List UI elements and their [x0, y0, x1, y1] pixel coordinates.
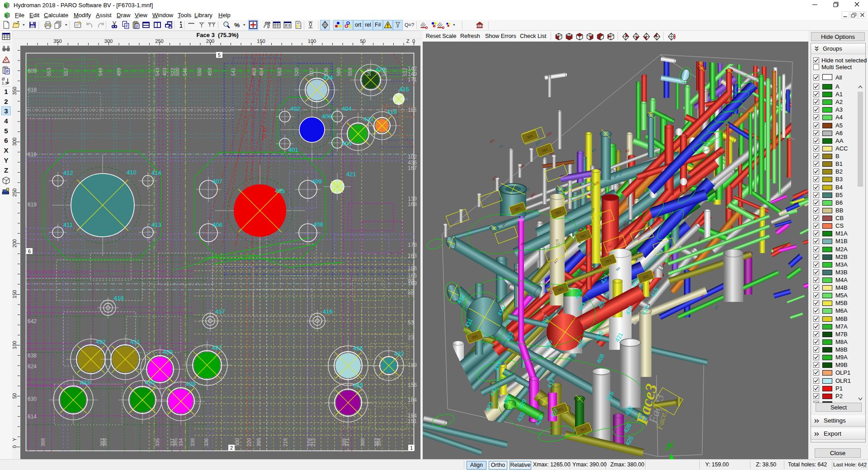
svg-text:102: 102	[408, 154, 417, 160]
svg-text:553: 553	[46, 68, 52, 76]
svg-text:618: 618	[28, 87, 37, 93]
svg-text:619: 619	[28, 202, 37, 208]
svg-text:300: 300	[235, 438, 240, 446]
svg-text:189: 189	[408, 362, 417, 368]
svg-text:416: 416	[323, 308, 333, 315]
svg-text:"D in": "D in"	[261, 125, 268, 140]
svg-text:421: 421	[346, 171, 356, 178]
svg-text:624: 624	[28, 363, 37, 370]
svg-text:250: 250	[12, 188, 17, 197]
svg-text:350: 350	[53, 39, 61, 44]
svg-text:150: 150	[12, 290, 17, 298]
svg-text:100: 100	[308, 39, 316, 44]
svg-text:411: 411	[63, 221, 73, 228]
svg-text:53: 53	[408, 320, 414, 326]
svg-text:1.1: 1.1	[2, 81, 7, 85]
svg-text:418: 418	[114, 295, 124, 301]
svg-text:6: 6	[28, 249, 31, 254]
svg-text:609: 609	[28, 68, 37, 74]
svg-text:484: 484	[259, 68, 264, 76]
svg-text:186: 186	[408, 265, 417, 272]
svg-text:156: 156	[408, 382, 417, 388]
svg-text:549: 549	[98, 68, 103, 76]
svg-text:560: 560	[336, 68, 341, 76]
svg-text:212: 212	[311, 438, 316, 446]
svg-text:426: 426	[353, 345, 363, 352]
svg-text:5: 5	[218, 52, 221, 58]
svg-text:414: 414	[151, 169, 161, 176]
svg-text:614: 614	[28, 414, 37, 420]
svg-text:163: 163	[408, 253, 417, 259]
svg-text:520: 520	[294, 68, 299, 76]
svg-text:408: 408	[313, 221, 323, 228]
svg-text:403: 403	[342, 140, 352, 147]
svg-text:406: 406	[212, 221, 222, 228]
svg-text:407: 407	[212, 178, 222, 185]
svg-text:250: 250	[155, 39, 163, 44]
svg-text:2: 2	[230, 445, 233, 451]
svg-text:419: 419	[387, 108, 397, 115]
svg-text:403: 403	[162, 68, 167, 76]
svg-text:168: 168	[408, 201, 417, 207]
svg-text:88: 88	[408, 290, 414, 296]
svg-text:468: 468	[251, 68, 257, 76]
svg-text:431: 431	[130, 338, 140, 345]
svg-text:561: 561	[366, 68, 372, 76]
svg-text:500: 500	[175, 68, 180, 76]
svg-text:219: 219	[283, 438, 288, 446]
svg-text:563: 563	[277, 68, 282, 76]
svg-text:412: 412	[63, 169, 73, 176]
svg-text:409: 409	[312, 178, 322, 185]
svg-text:543: 543	[155, 68, 160, 76]
svg-text:429: 429	[163, 348, 173, 355]
svg-text:433: 433	[80, 379, 90, 386]
svg-text:220: 220	[246, 438, 252, 446]
svg-text:546: 546	[182, 68, 188, 76]
svg-text:616: 616	[28, 151, 37, 158]
svg-text:0: 0	[12, 445, 17, 448]
svg-text:50: 50	[12, 393, 17, 399]
svg-text:167: 167	[408, 165, 417, 171]
svg-text:413: 413	[151, 221, 161, 228]
svg-text:115: 115	[408, 107, 416, 113]
svg-text:542: 542	[231, 68, 236, 76]
svg-text:630: 630	[28, 396, 37, 402]
svg-text:410: 410	[127, 169, 137, 176]
svg-text:423: 423	[363, 116, 373, 122]
svg-text:405: 405	[275, 188, 285, 194]
svg-text:100: 100	[12, 341, 17, 349]
svg-text:499: 499	[116, 68, 122, 76]
svg-text:642: 642	[28, 318, 37, 324]
svg-text:428: 428	[186, 381, 196, 387]
svg-text:400: 400	[322, 113, 332, 120]
svg-text:1: 1	[410, 445, 413, 451]
svg-text:50: 50	[360, 39, 365, 44]
svg-text:368: 368	[360, 438, 365, 446]
svg-text:23: 23	[408, 334, 414, 341]
svg-text:557: 557	[63, 68, 69, 76]
svg-text:536: 536	[323, 68, 329, 76]
svg-text:425: 425	[353, 382, 363, 389]
svg-text:537: 537	[309, 68, 314, 76]
svg-text:338: 338	[190, 438, 195, 446]
svg-text:%: %	[234, 22, 240, 28]
svg-text:371: 371	[344, 438, 350, 446]
svg-text:516: 516	[382, 68, 387, 76]
svg-text:150: 150	[257, 39, 265, 44]
svg-text:395: 395	[173, 438, 178, 446]
svg-text:151: 151	[408, 418, 417, 424]
svg-text:300: 300	[104, 39, 113, 44]
svg-text:558: 558	[347, 68, 353, 76]
svg-text:417: 417	[215, 308, 225, 315]
svg-text:335: 335	[155, 438, 160, 446]
svg-text:99: 99	[408, 278, 414, 284]
svg-text:178: 178	[408, 242, 417, 248]
svg-text:Y: Y	[12, 437, 17, 441]
svg-text:Z: Z	[406, 39, 410, 44]
svg-text:300: 300	[12, 137, 17, 146]
svg-text:384: 384	[376, 438, 382, 446]
svg-text:200: 200	[12, 239, 17, 247]
svg-text:350: 350	[12, 87, 17, 95]
svg-text:402: 402	[290, 105, 300, 112]
svg-text:0: 0	[412, 39, 415, 44]
